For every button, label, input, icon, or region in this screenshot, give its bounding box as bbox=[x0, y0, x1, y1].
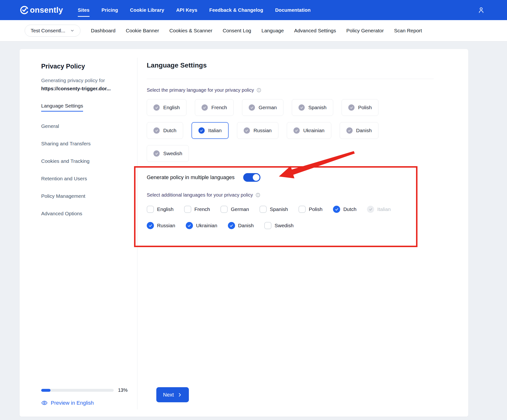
policy-steps-sidebar: Privacy Policy Generating privacy policy… bbox=[20, 49, 137, 417]
nav-item-api-keys[interactable]: API Keys bbox=[176, 7, 197, 13]
nav-item-pricing[interactable]: Pricing bbox=[101, 7, 118, 13]
nav-item-documentation[interactable]: Documentation bbox=[275, 7, 310, 13]
primary-lang-danish[interactable]: Danish bbox=[340, 122, 379, 139]
additional-language-row-1: English French German Spanish Polish Dut… bbox=[147, 206, 468, 213]
check-circle-icon bbox=[298, 104, 305, 111]
checkbox-italian-disabled: Italian bbox=[367, 206, 391, 213]
progress-row: 13% bbox=[41, 387, 127, 393]
additional-language-label: Select additional languages for your pri… bbox=[147, 192, 468, 198]
primary-language-row-1: English French German Spanish Polish bbox=[147, 99, 468, 116]
primary-lang-german[interactable]: German bbox=[242, 99, 283, 116]
policy-steps-list: Language Settings General Sharing and Tr… bbox=[41, 103, 127, 216]
nav-item-cookie-library[interactable]: Cookie Library bbox=[130, 7, 164, 13]
checkbox-ukrainian-checked[interactable]: Ukrainian bbox=[186, 222, 217, 229]
check-circle-icon bbox=[154, 150, 160, 157]
sidebar-divider bbox=[137, 58, 137, 409]
primary-lang-ukrainian[interactable]: Ukrainian bbox=[287, 122, 331, 139]
language-settings-panel: Language Settings Select the primary lan… bbox=[147, 49, 468, 417]
check-circle-icon bbox=[348, 104, 354, 111]
checkbox-english[interactable]: English bbox=[147, 206, 174, 213]
step-general[interactable]: General bbox=[41, 123, 127, 129]
primary-language-row-3: Swedish bbox=[147, 145, 468, 162]
chevron-down-icon bbox=[70, 28, 74, 33]
tab-consent-log[interactable]: Consent Log bbox=[223, 28, 251, 34]
step-retention-users[interactable]: Retention and Users bbox=[41, 176, 127, 182]
checkbox-dutch-checked[interactable]: Dutch bbox=[333, 206, 356, 213]
checkbox-icon bbox=[298, 206, 306, 213]
checkbox-polish[interactable]: Polish bbox=[298, 206, 323, 213]
info-icon[interactable] bbox=[255, 192, 261, 198]
step-policy-management[interactable]: Policy Management bbox=[41, 193, 127, 199]
checkbox-checked-icon bbox=[186, 222, 193, 229]
checkbox-disabled-icon bbox=[367, 206, 374, 213]
check-circle-icon bbox=[154, 127, 160, 134]
logo-text: onsently bbox=[30, 6, 63, 14]
checkbox-checked-icon bbox=[333, 206, 340, 213]
checkbox-icon bbox=[220, 206, 228, 213]
next-button[interactable]: Next bbox=[156, 387, 189, 402]
primary-lang-english[interactable]: English bbox=[147, 99, 186, 116]
tab-language[interactable]: Language bbox=[261, 28, 284, 34]
checkbox-french[interactable]: French bbox=[184, 206, 210, 213]
additional-language-row-2: Russian Ukrainian Danish Swedish bbox=[147, 222, 468, 229]
primary-lang-polish[interactable]: Polish bbox=[342, 99, 379, 116]
multi-language-toggle-row: Generate policy in multiple languages bbox=[147, 173, 468, 182]
checkbox-icon bbox=[260, 206, 267, 213]
primary-lang-russian[interactable]: Russian bbox=[237, 122, 278, 139]
primary-lang-spanish[interactable]: Spanish bbox=[292, 99, 333, 116]
step-cookies-tracking[interactable]: Cookies and Tracking bbox=[41, 158, 127, 164]
check-circle-icon bbox=[249, 104, 255, 111]
primary-language-label: Select the primary language for your pri… bbox=[147, 87, 468, 93]
info-icon[interactable] bbox=[256, 88, 261, 93]
checkbox-danish-checked[interactable]: Danish bbox=[228, 222, 254, 229]
chevron-right-icon bbox=[177, 392, 182, 397]
progress-bar-fill bbox=[41, 389, 50, 392]
check-circle-icon bbox=[198, 127, 205, 134]
checkbox-icon bbox=[184, 206, 191, 213]
step-language-settings[interactable]: Language Settings bbox=[41, 103, 127, 112]
primary-language-row-2: Dutch Italian Russian Ukrainian Danish bbox=[147, 122, 468, 139]
checkbox-icon bbox=[264, 222, 271, 229]
primary-lang-dutch[interactable]: Dutch bbox=[147, 122, 183, 139]
step-advanced-options[interactable]: Advanced Options bbox=[41, 211, 127, 216]
checkbox-checked-icon bbox=[147, 222, 154, 229]
checkbox-russian-checked[interactable]: Russian bbox=[147, 222, 175, 229]
eye-icon bbox=[41, 400, 48, 406]
site-selector-value: Test Consentl... bbox=[31, 28, 65, 34]
check-circle-icon bbox=[154, 104, 160, 111]
tab-cookies-scanner[interactable]: Cookies & Scanner bbox=[169, 28, 212, 34]
nav-item-sites[interactable]: Sites bbox=[78, 7, 90, 13]
nav-item-feedback-changelog[interactable]: Feedback & Changelog bbox=[209, 7, 263, 13]
multi-language-toggle-label: Generate policy in multiple languages bbox=[147, 174, 235, 181]
progress-percent: 13% bbox=[118, 387, 127, 393]
tab-cookie-banner[interactable]: Cookie Banner bbox=[126, 28, 159, 34]
site-sub-nav: Test Consentl... Dashboard Cookie Banner… bbox=[0, 20, 507, 41]
site-selector-dropdown[interactable]: Test Consentl... bbox=[25, 25, 80, 37]
check-circle-icon bbox=[294, 127, 300, 134]
title-divider bbox=[147, 79, 434, 79]
sidebar-title: Privacy Policy bbox=[41, 63, 127, 70]
primary-lang-swedish[interactable]: Swedish bbox=[147, 145, 189, 162]
check-circle-icon bbox=[346, 127, 352, 134]
preview-in-english-link[interactable]: Preview in English bbox=[41, 400, 127, 406]
sidebar-footer: 13% Preview in English bbox=[41, 387, 127, 406]
step-sharing-transfers[interactable]: Sharing and Transfers bbox=[41, 141, 127, 147]
user-account-button[interactable] bbox=[477, 6, 485, 14]
tab-dashboard[interactable]: Dashboard bbox=[91, 28, 116, 34]
tab-advanced-settings[interactable]: Advanced Settings bbox=[294, 28, 336, 34]
multi-language-toggle[interactable] bbox=[243, 173, 261, 182]
preview-link-label: Preview in English bbox=[51, 400, 94, 406]
checkbox-spanish[interactable]: Spanish bbox=[260, 206, 288, 213]
primary-lang-french[interactable]: French bbox=[195, 99, 234, 116]
generating-for-label: Generating privacy policy for bbox=[41, 77, 127, 84]
policy-site-url: https://consenty-trigger.dor... bbox=[41, 86, 127, 92]
consently-logo[interactable]: onsently bbox=[20, 5, 63, 15]
checkbox-icon bbox=[147, 206, 154, 213]
checkbox-checked-icon bbox=[228, 222, 235, 229]
primary-lang-italian-selected[interactable]: Italian bbox=[191, 122, 229, 139]
user-icon bbox=[477, 6, 485, 14]
tab-scan-report[interactable]: Scan Report bbox=[394, 28, 422, 34]
checkbox-german[interactable]: German bbox=[220, 206, 249, 213]
checkbox-swedish[interactable]: Swedish bbox=[264, 222, 294, 229]
tab-policy-generator[interactable]: Policy Generator bbox=[346, 28, 384, 34]
